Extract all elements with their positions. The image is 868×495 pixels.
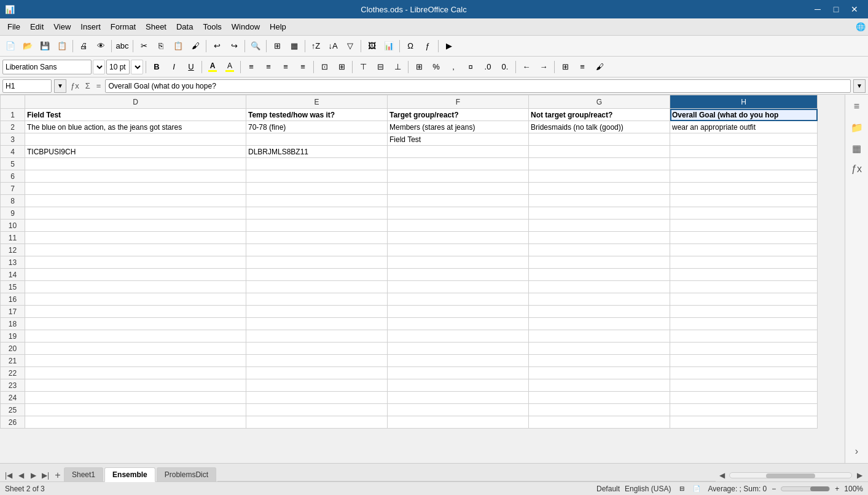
tab-last-button[interactable]: ▶| (39, 469, 52, 481)
col-header-F[interactable]: F (388, 95, 529, 109)
cell-D3[interactable] (25, 133, 246, 146)
cell-19-4[interactable] (670, 330, 818, 343)
cell-5-1[interactable] (246, 158, 388, 170)
cell-15-4[interactable] (670, 281, 818, 293)
cell-H2[interactable]: wear an appropriate outfit (670, 121, 818, 133)
italic-button[interactable]: I (166, 59, 182, 75)
cell-22-0[interactable] (25, 367, 246, 379)
font-color-button[interactable]: A (205, 59, 221, 75)
cut-button[interactable]: ✂ (136, 38, 152, 54)
undo-button[interactable]: ↩ (209, 38, 225, 54)
cell-5-0[interactable] (25, 158, 246, 170)
number-format-button[interactable]: ⊞ (411, 59, 427, 75)
row-header-6[interactable]: 6 (1, 170, 25, 183)
currency-button[interactable]: ¤ (463, 59, 479, 75)
cell-12-0[interactable] (25, 244, 246, 256)
cell-6-3[interactable] (529, 170, 670, 183)
underline-button[interactable]: U (183, 59, 199, 75)
cell-14-4[interactable] (670, 269, 818, 281)
row-header-21[interactable]: 21 (1, 355, 25, 367)
cell-18-3[interactable] (529, 318, 670, 330)
cell-11-3[interactable] (529, 232, 670, 244)
cell-8-0[interactable] (25, 195, 246, 207)
cell-23-0[interactable] (25, 379, 246, 392)
add-sheet-button[interactable]: + (52, 469, 64, 481)
macros-button[interactable]: ▶ (441, 38, 457, 54)
borders-button[interactable]: ⊞ (557, 59, 573, 75)
cell-22-1[interactable] (246, 367, 388, 379)
cell-10-4[interactable] (670, 220, 818, 232)
maximize-button[interactable]: □ (827, 2, 845, 16)
cell-19-2[interactable] (388, 330, 529, 343)
cell-11-4[interactable] (670, 232, 818, 244)
highlight-color-button[interactable]: A (222, 59, 238, 75)
cell-18-4[interactable] (670, 318, 818, 330)
cell-9-1[interactable] (246, 207, 388, 220)
cell-8-4[interactable] (670, 195, 818, 207)
indent-inc-button[interactable]: → (536, 59, 552, 75)
selection-mode-button[interactable]: ⊟ (676, 483, 688, 495)
cell-15-1[interactable] (246, 281, 388, 293)
row-header-5[interactable]: 5 (1, 158, 25, 170)
cell-8-3[interactable] (529, 195, 670, 207)
copy-button[interactable]: ⎘ (153, 38, 169, 54)
menu-insert[interactable]: Insert (76, 20, 106, 33)
align-left-button[interactable]: ≡ (243, 59, 259, 75)
cell-7-4[interactable] (670, 183, 818, 195)
cell-10-1[interactable] (246, 220, 388, 232)
cell-G1[interactable]: Not target group/react? (529, 109, 670, 121)
cell-26-2[interactable] (388, 416, 529, 429)
insert-formula-button[interactable]: ƒ (420, 38, 436, 54)
properties-button[interactable]: ▦ (848, 139, 866, 157)
cell-24-3[interactable] (529, 392, 670, 404)
cell-reference-input[interactable] (2, 79, 52, 93)
cell-13-1[interactable] (246, 256, 388, 269)
cell-13-4[interactable] (670, 256, 818, 269)
merge-cells-button[interactable]: ⊞ (334, 59, 350, 75)
minimize-button[interactable]: ─ (809, 2, 826, 16)
cell-16-4[interactable] (670, 293, 818, 306)
cell-E1[interactable]: Temp tested/how was it? (246, 109, 388, 121)
insert-chart-button[interactable]: 📊 (381, 38, 397, 54)
cell-20-4[interactable] (670, 343, 818, 355)
cell-7-1[interactable] (246, 183, 388, 195)
cell-25-2[interactable] (388, 404, 529, 416)
row-header-10[interactable]: 10 (1, 220, 25, 232)
cell-6-2[interactable] (388, 170, 529, 183)
tab-prev-button[interactable]: ◀ (15, 469, 27, 481)
functions-button[interactable]: ƒx (848, 160, 866, 178)
insert-table-button[interactable]: ⊞ (269, 38, 285, 54)
menu-data[interactable]: Data (171, 20, 198, 33)
cell-E4[interactable]: DLBRJMLS8BZ11 (246, 146, 388, 158)
cell-5-2[interactable] (388, 158, 529, 170)
cell-10-2[interactable] (388, 220, 529, 232)
cell-6-0[interactable] (25, 170, 246, 183)
row-header-26[interactable]: 26 (1, 416, 25, 429)
cell-25-4[interactable] (670, 404, 818, 416)
cell-20-2[interactable] (388, 343, 529, 355)
hscrollbar[interactable] (729, 472, 852, 478)
row-header-20[interactable]: 20 (1, 343, 25, 355)
insert-image-button[interactable]: 🖼 (364, 38, 380, 54)
cell-G2[interactable]: Bridesmaids (no talk (good)) (529, 121, 670, 133)
cell-17-1[interactable] (246, 306, 388, 318)
col-header-G[interactable]: G (529, 95, 670, 109)
cell-16-0[interactable] (25, 293, 246, 306)
cell-16-2[interactable] (388, 293, 529, 306)
cell-14-2[interactable] (388, 269, 529, 281)
redo-button[interactable]: ↪ (226, 38, 242, 54)
cell-22-4[interactable] (670, 367, 818, 379)
align-right-button[interactable]: ≡ (278, 59, 294, 75)
align-bottom-button[interactable]: ⊥ (389, 59, 405, 75)
menu-format[interactable]: Format (106, 20, 141, 33)
tab-next-button[interactable]: ▶ (27, 469, 39, 481)
row-header-17[interactable]: 17 (1, 306, 25, 318)
sort-asc-button[interactable]: ↑Z (308, 38, 324, 54)
bold-button[interactable]: B (149, 59, 165, 75)
row-header-9[interactable]: 9 (1, 207, 25, 220)
cell-23-4[interactable] (670, 379, 818, 392)
cell-18-1[interactable] (246, 318, 388, 330)
cell-F2[interactable]: Members (stares at jeans) (388, 121, 529, 133)
row-header-24[interactable]: 24 (1, 392, 25, 404)
sort-desc-button[interactable]: ↓A (325, 38, 341, 54)
